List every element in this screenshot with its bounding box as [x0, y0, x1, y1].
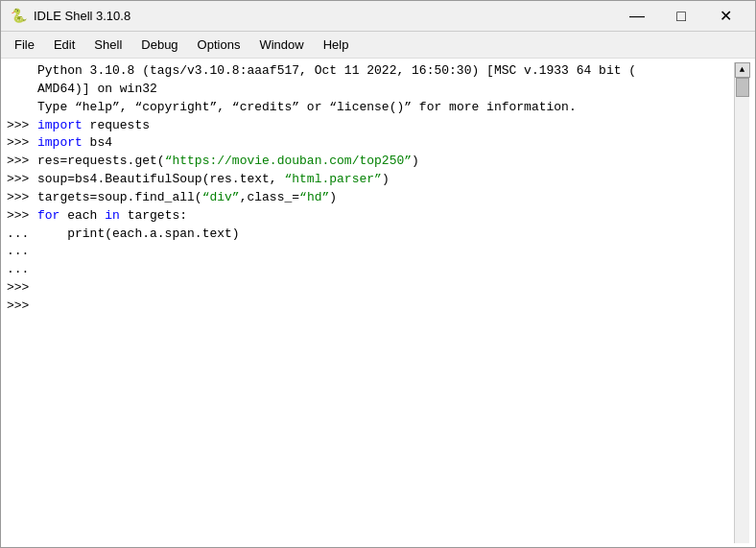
- targets-text-2: targets:: [120, 207, 187, 226]
- close-button[interactable]: ✕: [703, 1, 747, 32]
- prompt-5: >>>: [7, 189, 37, 207]
- line-import-requests: >>> import requests: [7, 117, 734, 135]
- minimize-button[interactable]: —: [615, 1, 659, 32]
- soup-text: soup=bs4.BeautifulSoup(res.text,: [37, 171, 284, 189]
- line-for: >>> for each in targets:: [7, 207, 734, 226]
- line-prompt-2: >>>: [7, 298, 734, 316]
- amd64-text: AMD64)] on win32: [37, 81, 157, 99]
- window-controls: — □ ✕: [615, 1, 747, 32]
- line-import-bs4: >>> import bs4: [7, 134, 734, 153]
- prompt-empty-2: [7, 81, 37, 99]
- soup-close: ): [382, 171, 390, 189]
- prompt-empty-1: [7, 62, 37, 81]
- prompt-dots-1: ...: [7, 226, 37, 244]
- title-bar: 🐍 IDLE Shell 3.10.8 — □ ✕: [1, 1, 755, 32]
- line-soup: >>> soup=bs4.BeautifulSoup(res.text, “ht…: [7, 171, 734, 189]
- menu-options[interactable]: Options: [188, 34, 250, 56]
- import-keyword-2: import: [37, 134, 83, 153]
- html-parser-string: “html.parser”: [284, 171, 381, 189]
- scroll-thumb[interactable]: [736, 78, 749, 97]
- res-close: ): [412, 153, 419, 171]
- app-icon: 🐍: [9, 7, 28, 26]
- each-text: each: [59, 207, 105, 226]
- idle-window: 🐍 IDLE Shell 3.10.8 — □ ✕ File Edit Shel…: [0, 0, 756, 548]
- requests-text: requests: [83, 117, 150, 135]
- prompt-6: >>>: [7, 207, 37, 226]
- line-print: ... print(each.a.span.text): [7, 226, 734, 244]
- print-text: print(each.a.span.text): [37, 226, 240, 244]
- import-keyword-1: import: [37, 117, 83, 135]
- for-keyword: for: [37, 207, 59, 226]
- python-version-text: Python 3.10.8 (tags/v3.10.8:aaaf517, Oct…: [37, 62, 636, 81]
- prompt-8: >>>: [7, 298, 37, 316]
- prompt-1: >>>: [7, 117, 37, 135]
- line-type-help: Type “help”, “copyright”, “credits” or “…: [7, 99, 734, 117]
- menu-debug[interactable]: Debug: [131, 34, 187, 56]
- menu-shell[interactable]: Shell: [84, 34, 131, 56]
- prompt-3: >>>: [7, 153, 37, 171]
- menu-window[interactable]: Window: [249, 34, 313, 56]
- line-dots-1: ...: [7, 243, 734, 261]
- in-keyword: in: [105, 207, 120, 226]
- bs4-text: bs4: [83, 134, 112, 153]
- scroll-up-arrow[interactable]: ▲: [735, 62, 750, 78]
- url-string: “https://movie.douban.com/top250”: [165, 153, 412, 171]
- prompt-dots-3: ...: [7, 261, 37, 279]
- prompt-empty-3: [7, 99, 37, 117]
- line-res: >>> res=requests.get(“https://movie.doub…: [7, 153, 734, 171]
- line-python-version: Python 3.10.8 (tags/v3.10.8:aaaf517, Oct…: [7, 62, 734, 81]
- line-prompt-1: >>>: [7, 279, 734, 298]
- shell-content[interactable]: Python 3.10.8 (tags/v3.10.8:aaaf517, Oct…: [1, 59, 755, 547]
- res-text: res=requests.get(: [37, 153, 165, 171]
- type-help-rest: ” or “license()” for more information.: [292, 99, 576, 117]
- line-amd64: AMD64)] on win32: [7, 81, 734, 99]
- hd-string: “hd”: [299, 189, 329, 207]
- credits-text: credits: [240, 99, 293, 117]
- div-string: “div”: [202, 189, 240, 207]
- prompt-2: >>>: [7, 134, 37, 153]
- line-targets: >>> targets=soup.find_all(“div”,class_=“…: [7, 189, 734, 207]
- prompt-dots-2: ...: [7, 243, 37, 261]
- menu-file[interactable]: File: [5, 34, 44, 56]
- line-dots-2: ...: [7, 261, 734, 279]
- menu-edit[interactable]: Edit: [44, 34, 84, 56]
- scrollbar[interactable]: ▲: [734, 62, 749, 543]
- maximize-button[interactable]: □: [659, 1, 703, 32]
- prompt-4: >>>: [7, 171, 37, 189]
- targets-close: ): [329, 189, 337, 207]
- menu-help[interactable]: Help: [314, 34, 359, 56]
- menu-bar: File Edit Shell Debug Options Window Hel…: [1, 32, 755, 59]
- targets-text: targets=soup.find_all(: [37, 189, 202, 207]
- type-help-text: Type “help”, “copyright”, “: [37, 99, 240, 117]
- window-title: IDLE Shell 3.10.8: [34, 9, 615, 23]
- targets-mid: ,class_=: [240, 189, 299, 207]
- prompt-7: >>>: [7, 279, 37, 298]
- code-area: Python 3.10.8 (tags/v3.10.8:aaaf517, Oct…: [7, 62, 734, 543]
